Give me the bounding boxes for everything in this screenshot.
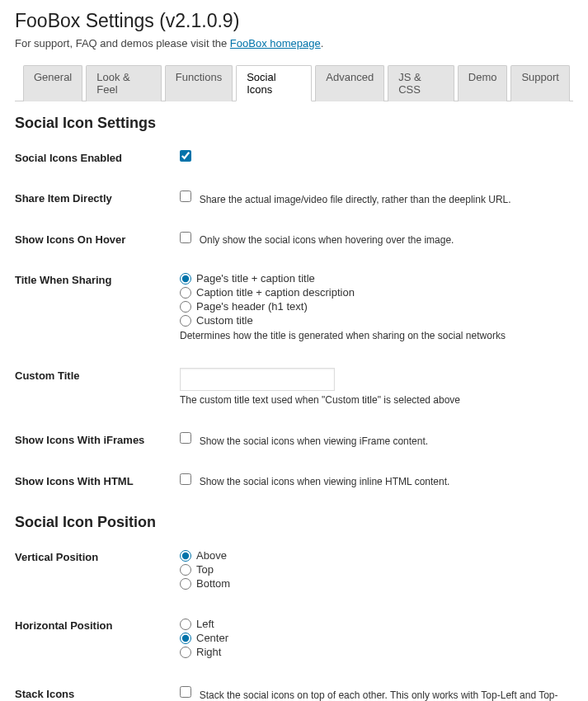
horizontal-position-radio[interactable] — [180, 633, 191, 644]
row-custom-title: Custom Title The custom title text used … — [15, 368, 573, 406]
vertical-position-radio[interactable] — [180, 550, 191, 562]
title-sharing-radio[interactable] — [180, 287, 191, 299]
label-social-icons-enabled: Social Icons Enabled — [15, 150, 180, 164]
checkbox-show-icons-with-html[interactable] — [180, 473, 191, 485]
row-stack-icons: Stack Icons Stack the social icons on to… — [15, 686, 573, 701]
title-sharing-option[interactable]: Custom title — [180, 314, 573, 327]
title-sharing-option[interactable]: Page's title + caption title — [180, 272, 573, 285]
vertical-position-radio[interactable] — [180, 564, 191, 576]
horizontal-position-radio[interactable] — [180, 647, 191, 658]
tab-advanced[interactable]: Advanced — [315, 65, 384, 101]
horizontal-position-radio[interactable] — [180, 619, 191, 630]
input-custom-title[interactable] — [180, 368, 335, 391]
label-share-item-directly: Share Item Directly — [15, 191, 180, 205]
horizontal-position-option-label: Right — [196, 646, 221, 658]
section-social-icon-position: Social Icon Position — [15, 514, 573, 531]
desc-stack-icons: Stack the social icons on top of each ot… — [180, 689, 558, 701]
desc-share-item-directly: Share the actual image/video file direct… — [200, 194, 511, 205]
horizontal-position-option[interactable]: Center — [180, 632, 573, 644]
horizontal-position-option[interactable]: Right — [180, 646, 573, 658]
checkbox-social-icons-enabled[interactable] — [180, 150, 191, 162]
row-show-icons-with-iframes: Show Icons With iFrames Show the social … — [15, 432, 573, 447]
title-sharing-option[interactable]: Page's header (h1 text) — [180, 300, 573, 313]
row-social-icons-enabled: Social Icons Enabled — [15, 150, 573, 164]
tab-functions[interactable]: Functions — [165, 65, 233, 101]
title-sharing-radio[interactable] — [180, 301, 191, 313]
title-sharing-option-label: Custom title — [196, 314, 253, 327]
title-sharing-option-label: Page's title + caption title — [196, 272, 315, 285]
title-sharing-option-label: Caption title + caption description — [196, 286, 355, 299]
tab-general[interactable]: General — [23, 65, 82, 101]
tab-bar: GeneralLook & FeelFunctionsSocial IconsA… — [15, 64, 573, 101]
label-vertical-position: Vertical Position — [15, 549, 180, 563]
checkbox-show-icons-with-iframes[interactable] — [180, 432, 191, 444]
tab-look-feel[interactable]: Look & Feel — [86, 65, 162, 101]
label-custom-title: Custom Title — [15, 368, 180, 382]
vertical-position-radio[interactable] — [180, 578, 191, 590]
row-horizontal-position: Horizontal Position LeftCenterRight — [15, 618, 573, 660]
vertical-position-option[interactable]: Top — [180, 563, 573, 576]
vertical-position-option[interactable]: Above — [180, 549, 573, 562]
checkbox-stack-icons[interactable] — [180, 686, 191, 698]
checkbox-show-icons-on-hover[interactable] — [180, 232, 191, 243]
row-share-item-directly: Share Item Directly Share the actual ima… — [15, 191, 573, 205]
vertical-position-option-label: Above — [196, 549, 227, 562]
horizontal-position-option-label: Left — [196, 618, 214, 630]
label-show-icons-with-iframes: Show Icons With iFrames — [15, 432, 180, 446]
row-show-icons-on-hover: Show Icons On Hover Only show the social… — [15, 232, 573, 247]
help-title-when-sharing: Determines how the title is generated wh… — [180, 330, 573, 341]
label-stack-icons: Stack Icons — [15, 686, 180, 700]
title-sharing-option[interactable]: Caption title + caption description — [180, 286, 573, 299]
vertical-position-option-label: Top — [196, 563, 214, 576]
label-show-icons-on-hover: Show Icons On Hover — [15, 232, 180, 246]
foobox-homepage-link[interactable]: FooBox homepage — [230, 37, 321, 49]
title-sharing-radio[interactable] — [180, 315, 191, 327]
checkbox-share-item-directly[interactable] — [180, 191, 191, 202]
label-title-when-sharing: Title When Sharing — [15, 272, 180, 286]
section-social-icon-settings: Social Icon Settings — [15, 115, 573, 132]
row-show-icons-with-html: Show Icons With HTML Show the social ico… — [15, 473, 573, 488]
tab-support[interactable]: Support — [510, 65, 570, 101]
desc-show-icons-on-hover: Only show the social icons when hovering… — [200, 234, 454, 246]
horizontal-position-option-label: Center — [196, 632, 228, 644]
tab-demo[interactable]: Demo — [458, 65, 508, 101]
row-title-when-sharing: Title When Sharing Page's title + captio… — [15, 272, 573, 341]
label-show-icons-with-html: Show Icons With HTML — [15, 473, 180, 487]
row-vertical-position: Vertical Position AboveTopBottom — [15, 549, 573, 591]
vertical-position-option[interactable]: Bottom — [180, 577, 573, 590]
support-text: For support, FAQ and demos please visit … — [15, 37, 573, 49]
tab-social-icons[interactable]: Social Icons — [236, 65, 312, 101]
help-custom-title: The custom title text used when "Custom … — [180, 394, 573, 406]
vertical-position-option-label: Bottom — [196, 577, 230, 590]
horizontal-position-option[interactable]: Left — [180, 618, 573, 630]
title-sharing-radio[interactable] — [180, 273, 191, 285]
desc-show-icons-with-iframes: Show the social icons when viewing iFram… — [200, 435, 428, 447]
label-horizontal-position: Horizontal Position — [15, 618, 180, 632]
title-sharing-option-label: Page's header (h1 text) — [196, 300, 308, 313]
desc-show-icons-with-html: Show the social icons when viewing inlin… — [200, 476, 450, 487]
tab-js-css[interactable]: JS & CSS — [388, 65, 454, 101]
page-title: FooBox Settings (v2.1.0.9) — [15, 10, 573, 32]
